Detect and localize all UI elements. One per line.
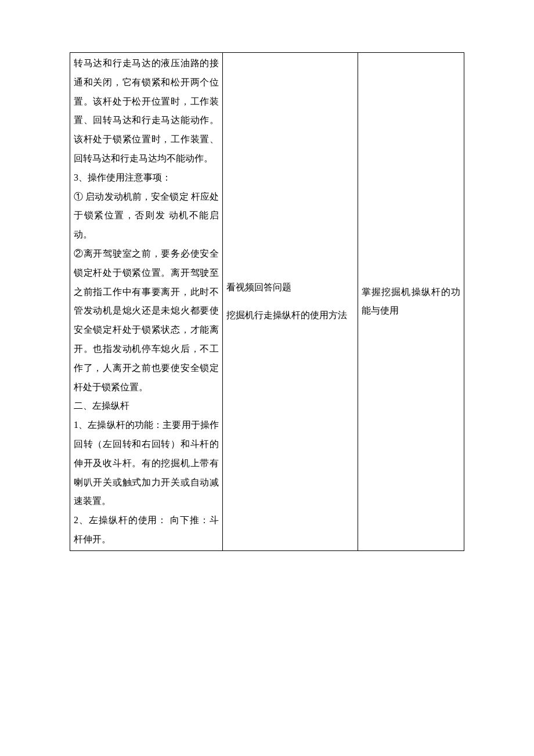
col1-paragraph: 1、左操纵杆的功能：主要用于操作回转（左回转和右回转）和斗杆的伸开及收斗杆。有的…	[74, 416, 219, 511]
col2-line2: 挖掘机行走操纵杆的使用方法	[226, 306, 354, 325]
col1-paragraph: ②离开驾驶室之前，要务必使安全锁定杆处于锁紧位置。离开驾驶至之前指工作中有事要离…	[74, 244, 219, 397]
col1-paragraph: 转马达和行走马达的液压油路的接通和关闭，它有锁紧和松开两个位置。该杆处于松开位置…	[74, 54, 219, 168]
cell-col2: 看视频回答问题 挖掘机行走操纵杆的使用方法	[223, 53, 358, 551]
col2-line1: 看视频回答问题	[226, 278, 354, 297]
content-table: 转马达和行走马达的液压油路的接通和关闭，它有锁紧和松开两个位置。该杆处于松开位置…	[70, 52, 464, 551]
cell-col3: 掌握挖掘机操纵杆的功能与使用	[358, 53, 464, 551]
col1-paragraph: 2、左操纵杆的使用： 向下推：斗杆伸开。	[74, 511, 219, 549]
col2-content: 看视频回答问题 挖掘机行走操纵杆的使用方法	[226, 278, 354, 326]
col3-text: 掌握挖掘机操纵杆的功能与使用	[362, 287, 460, 316]
document-page: 转马达和行走马达的液压油路的接通和关闭，它有锁紧和松开两个位置。该杆处于松开位置…	[0, 0, 534, 756]
col1-paragraph: 3、操作使用注意事项：	[74, 168, 219, 188]
cell-col1: 转马达和行走马达的液压油路的接通和关闭，它有锁紧和松开两个位置。该杆处于松开位置…	[70, 53, 223, 551]
table-row: 转马达和行走马达的液压油路的接通和关闭，它有锁紧和松开两个位置。该杆处于松开位置…	[70, 53, 464, 551]
col1-paragraph: 二、左操纵杆	[74, 397, 219, 416]
col1-paragraph: ① 启动发动机前，安全锁定 杆应处于锁紧位置，否则发 动机不能启动。	[74, 188, 219, 244]
